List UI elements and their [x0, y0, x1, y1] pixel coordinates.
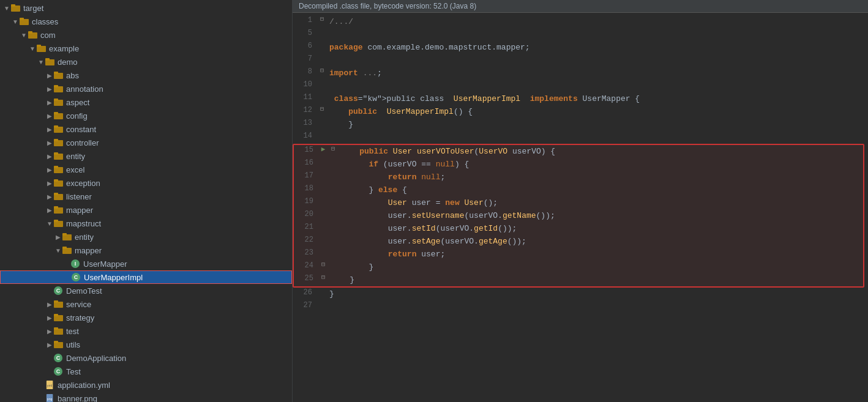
tree-item-strategy[interactable]: ▶ strategy	[0, 311, 292, 324]
line-content-24: }	[328, 261, 373, 274]
line-number-20: 20	[294, 209, 318, 218]
tree-arrow-entity: ▶	[45, 153, 54, 160]
tree-item-test[interactable]: ▶ test	[0, 324, 292, 338]
tree-item-Test[interactable]: CTest	[0, 365, 292, 378]
tree-item-controller[interactable]: ▶ controller	[0, 136, 292, 149]
fold-icon[interactable]: ⊟	[321, 274, 325, 281]
svg-rect-23	[54, 152, 58, 155]
tree-label-strategy: strategy	[66, 313, 94, 322]
tree-item-DemoTest[interactable]: CDemoTest	[0, 284, 292, 297]
tree-label-test: test	[66, 327, 79, 336]
tree-item-DemoApplication[interactable]: CDemoApplication	[0, 351, 292, 365]
fold-gutter-15: ⊟	[328, 145, 338, 152]
tree-icon-DemoTest: C	[54, 286, 64, 295]
tree-label-banner: banner.png	[58, 394, 97, 403]
line-number-6: 6	[293, 41, 317, 50]
tree-icon-mapper2	[62, 246, 72, 255]
tree-label-application: application.yml	[58, 381, 110, 390]
tree-item-target[interactable]: ▼ target	[0, 1, 292, 15]
tree-item-entity2[interactable]: ▶ entity	[0, 230, 292, 244]
tree-label-aspect: aspect	[66, 98, 89, 107]
line-gutter-15: ▶	[318, 145, 328, 153]
line-content-8: import ...;	[327, 67, 382, 80]
tree-item-excel[interactable]: ▶ excel	[0, 163, 292, 176]
tree-item-com[interactable]: ▼ com	[0, 28, 292, 42]
line-number-11: 11	[293, 92, 317, 102]
fold-icon[interactable]: ⊟	[320, 15, 324, 23]
tree-icon-target	[11, 4, 21, 12]
tree-arrow-exception: ▶	[45, 180, 54, 187]
tree-icon-strategy	[54, 313, 64, 322]
file-tree[interactable]: ▼ target▼ classes▼ com▼ example▼ demo▶ a…	[0, 0, 293, 402]
code-line-26: 26}	[293, 288, 868, 300]
line-content-1: /.../	[327, 15, 353, 28]
tree-icon-mapstruct	[54, 219, 64, 228]
code-line-11: 11 class="kw">public class UserMapperImp…	[293, 92, 868, 105]
line-content-21: user.setId(userVO.getId());	[328, 222, 517, 235]
tree-item-banner[interactable]: pngbanner.png	[0, 392, 292, 402]
line-content-19: User user = new User();	[328, 196, 498, 209]
tree-label-example: example	[49, 44, 79, 53]
tree-item-mapper2[interactable]: ▼ mapper	[0, 244, 292, 257]
tree-arrow-controller: ▶	[45, 140, 54, 146]
tree-label-classes: classes	[32, 17, 58, 26]
tree-label-controller: controller	[66, 138, 99, 147]
tree-item-application[interactable]: ymlapplication.yml	[0, 378, 292, 392]
svg-rect-17	[54, 112, 58, 114]
svg-rect-1	[11, 4, 15, 7]
tree-label-listener: listener	[66, 192, 92, 201]
tree-arrow-mapper2: ▼	[54, 247, 62, 254]
tree-item-mapper[interactable]: ▶ mapper	[0, 203, 292, 217]
tree-item-abs[interactable]: ▶ abs	[0, 69, 292, 82]
tree-item-demo[interactable]: ▼ demo	[0, 55, 292, 69]
tree-label-excel: excel	[66, 165, 84, 174]
tree-icon-classes	[20, 17, 29, 26]
code-body[interactable]: 1⊟/.../56package com.example.demo.mapstr…	[293, 13, 868, 402]
fold-icon[interactable]: ⊟	[320, 67, 324, 74]
tree-icon-listener	[54, 192, 64, 201]
tree-label-mapstruct: mapstruct	[66, 219, 101, 228]
svg-rect-27	[54, 179, 58, 182]
tree-icon-Test: C	[54, 367, 64, 376]
tree-item-classes[interactable]: ▼ classes	[0, 15, 292, 28]
fold-icon-2[interactable]: ⊟	[331, 145, 335, 152]
tree-item-listener[interactable]: ▶ listener	[0, 190, 292, 203]
tree-item-exception[interactable]: ▶ exception	[0, 176, 292, 190]
tree-item-UserMapper[interactable]: IUserMapper	[0, 257, 292, 270]
line-content-18: } else {	[328, 184, 407, 196]
code-line-1: 1⊟/.../	[293, 15, 868, 28]
tree-item-mapstruct[interactable]: ▼ mapstruct	[0, 217, 292, 230]
tree-item-example[interactable]: ▼ example	[0, 42, 292, 55]
tree-item-config[interactable]: ▶ config	[0, 109, 292, 122]
tree-item-annotation[interactable]: ▶ annotation	[0, 82, 292, 95]
tree-label-mapper: mapper	[66, 206, 93, 215]
svg-rect-39	[54, 300, 58, 303]
svg-rect-43	[54, 327, 58, 330]
fold-icon[interactable]: ⊟	[321, 261, 325, 268]
tree-item-entity[interactable]: ▶ entity	[0, 149, 292, 163]
tree-item-UserMapperImpl[interactable]: CUserMapperImpl	[0, 270, 292, 284]
tree-arrow-service: ▶	[45, 301, 54, 308]
svg-rect-45	[54, 341, 58, 343]
svg-text:png: png	[47, 397, 53, 401]
tree-arrow-test: ▶	[45, 328, 54, 335]
tree-icon-excel	[54, 165, 64, 174]
tree-label-annotation: annotation	[66, 84, 103, 94]
tree-arrow-mapstruct: ▼	[45, 220, 54, 227]
tree-label-DemoApplication: DemoApplication	[66, 354, 126, 363]
tree-arrow-annotation: ▶	[45, 86, 54, 92]
line-content-15: public User userVOToUser(UserVO userVO) …	[338, 145, 555, 158]
code-line-5: 5	[293, 28, 868, 41]
tree-label-UserMapper: UserMapper	[83, 259, 127, 269]
tree-item-service[interactable]: ▶ service	[0, 297, 292, 311]
tree-label-config: config	[66, 111, 88, 121]
tree-item-utils[interactable]: ▶ utils	[0, 338, 292, 351]
code-line-23: 23 return user;	[294, 248, 863, 261]
svg-rect-31	[54, 206, 58, 209]
svg-rect-3	[20, 18, 24, 20]
svg-rect-37	[62, 247, 67, 249]
tree-item-aspect[interactable]: ▶ aspect	[0, 95, 292, 109]
tree-item-constant[interactable]: ▶ constant	[0, 122, 292, 136]
run-icon[interactable]: ▶	[321, 145, 326, 153]
fold-icon[interactable]: ⊟	[320, 105, 324, 113]
